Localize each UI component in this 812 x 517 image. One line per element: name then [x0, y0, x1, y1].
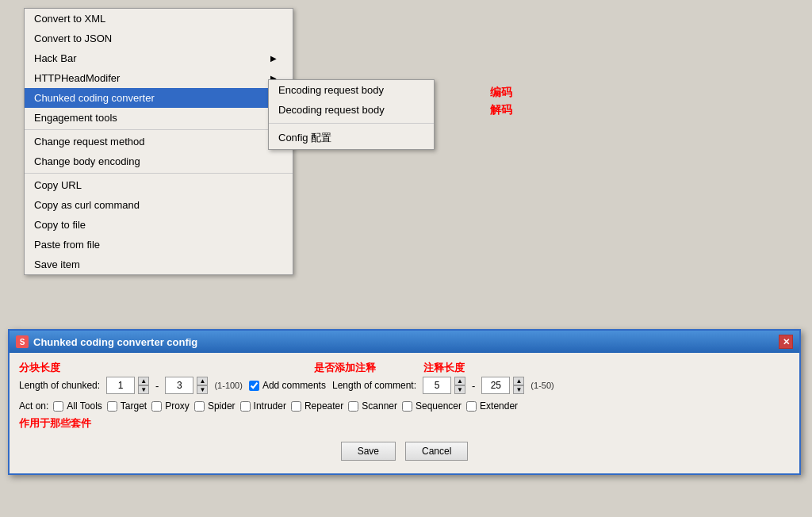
act-on-label: Act on: — [19, 400, 48, 412]
scanner-checkbox[interactable] — [348, 401, 358, 412]
menu-item-copy-file[interactable]: Copy to file — [25, 215, 293, 235]
all-tools-checkbox-label[interactable]: All Tools — [53, 400, 102, 412]
comment-range-label: (1-50) — [530, 381, 553, 390]
menu-item-copy-url[interactable]: Copy URL — [25, 175, 293, 195]
titlebar-left: S Chunked coding converter config — [16, 335, 197, 348]
chunked-min-input[interactable]: 1 — [106, 377, 135, 394]
add-comments-checkbox[interactable] — [249, 381, 259, 391]
chunked-max-spinner: 3 ▲ ▼ — [165, 377, 208, 394]
add-comments-checkbox-label[interactable]: Add comments — [249, 380, 326, 391]
comment-min-up-btn[interactable]: ▲ — [454, 377, 465, 385]
comment-max-spinner: 25 ▲ ▼ — [481, 377, 524, 394]
chunked-min-up-btn[interactable]: ▲ — [138, 377, 149, 385]
menu-item-copy-curl[interactable]: Copy as curl command — [25, 195, 293, 215]
save-button[interactable]: Save — [341, 442, 396, 461]
comment-max-input[interactable]: 25 — [481, 377, 510, 394]
menu-item-change-method[interactable]: Change request method — [25, 132, 293, 151]
dialog-row1: Length of chunked: 1 ▲ ▼ - 3 ▲ ▼ (1- — [19, 377, 790, 394]
cn-decode-label: 解码 — [490, 103, 512, 117]
menu-item-paste-file[interactable]: Paste from file — [25, 235, 293, 255]
menu-item-hack-bar[interactable]: Hack Bar ▶ — [25, 48, 293, 68]
cn-comment-length-label: 注释长度 — [423, 361, 465, 375]
intruder-checkbox[interactable] — [240, 401, 251, 412]
comment-min-spinner: 5 ▲ ▼ — [423, 377, 465, 394]
intruder-checkbox-label[interactable]: Intruder — [240, 400, 286, 412]
spider-checkbox-label[interactable]: Spider — [194, 400, 236, 412]
dialog-config: S Chunked coding converter config ✕ 分块长度… — [8, 329, 801, 475]
cn-encode-label: 编码 — [490, 86, 512, 100]
act-on-row: Act on: All Tools Target Proxy Spider In… — [19, 400, 790, 412]
dash-separator: - — [155, 380, 159, 392]
menu-item-convert-xml[interactable]: Convert to XML — [25, 9, 293, 29]
chunked-max-up-btn[interactable]: ▲ — [197, 377, 208, 385]
chunked-min-down-btn[interactable]: ▼ — [138, 385, 149, 394]
menu-separator — [25, 129, 293, 130]
comment-length-label: Length of comment: — [332, 380, 416, 391]
dialog-titlebar: S Chunked coding converter config ✕ — [10, 331, 799, 353]
submenu-encoding[interactable]: Encoding request body — [269, 80, 434, 100]
all-tools-checkbox[interactable] — [53, 401, 63, 412]
target-checkbox[interactable] — [107, 401, 117, 412]
cn-chunk-length-label: 分块长度 — [19, 361, 60, 375]
submenu-config[interactable]: Config 配置 — [269, 127, 434, 149]
menu-item-chunked[interactable]: Chunked coding converter ▶ — [25, 88, 293, 108]
menu-item-httphead[interactable]: HTTPHeadModifer ▶ — [25, 68, 293, 88]
chunked-max-input[interactable]: 3 — [165, 377, 193, 394]
menu-item-change-body[interactable]: Change body encoding — [25, 151, 293, 171]
proxy-checkbox[interactable] — [151, 401, 162, 412]
proxy-checkbox-label[interactable]: Proxy — [151, 400, 190, 412]
comment-min-down-btn[interactable]: ▼ — [454, 385, 465, 394]
comment-min-input[interactable]: 5 — [423, 377, 451, 394]
repeater-checkbox[interactable] — [291, 401, 301, 412]
dialog-title: Chunked coding converter config — [33, 336, 197, 348]
cn-act-on-label: 作用于那些套件 — [19, 416, 790, 431]
context-menu: Convert to XML Convert to JSON Hack Bar … — [24, 8, 293, 275]
dash-separator-2: - — [472, 380, 475, 392]
chunked-length-label: Length of chunked: — [19, 380, 100, 391]
dialog-icon: S — [16, 335, 29, 348]
chunked-range-label: (1-100) — [214, 381, 242, 390]
dialog-close-button[interactable]: ✕ — [779, 335, 793, 349]
sequencer-checkbox-label[interactable]: Sequencer — [402, 400, 462, 412]
submenu-chunked: Encoding request body Decoding request b… — [268, 79, 435, 150]
comment-max-down-btn[interactable]: ▼ — [513, 385, 524, 394]
comment-max-up-btn[interactable]: ▲ — [513, 377, 524, 385]
menu-item-engagement[interactable]: Engagement tools ▶ — [25, 108, 293, 128]
extender-checkbox[interactable] — [466, 401, 477, 412]
dialog-body: 分块长度 是否添加注释 注释长度 Length of chunked: 1 ▲ … — [10, 353, 799, 473]
comment-max-spinner-btns: ▲ ▼ — [513, 377, 524, 394]
chunked-max-spinner-btns: ▲ ▼ — [197, 377, 208, 394]
chunked-max-down-btn[interactable]: ▼ — [197, 385, 208, 394]
repeater-checkbox-label[interactable]: Repeater — [291, 400, 343, 412]
target-checkbox-label[interactable]: Target — [107, 400, 147, 412]
dialog-buttons: Save Cancel — [19, 435, 790, 465]
submenu-separator — [269, 123, 434, 124]
submenu-decoding[interactable]: Decoding request body — [269, 100, 434, 120]
chunked-min-spinner: 1 ▲ ▼ — [106, 377, 149, 394]
sequencer-checkbox[interactable] — [402, 401, 412, 412]
menu-separator-2 — [25, 173, 293, 174]
cancel-button[interactable]: Cancel — [405, 442, 468, 461]
cn-add-comment-label: 是否添加注释 — [314, 361, 376, 375]
scanner-checkbox-label[interactable]: Scanner — [348, 400, 397, 412]
menu-item-convert-json[interactable]: Convert to JSON — [25, 29, 293, 48]
comment-min-spinner-btns: ▲ ▼ — [454, 377, 465, 394]
arrow-icon: ▶ — [270, 54, 277, 63]
spider-checkbox[interactable] — [194, 401, 205, 412]
menu-item-save-item[interactable]: Save item — [25, 255, 293, 274]
chunked-min-spinner-btns: ▲ ▼ — [138, 377, 149, 394]
extender-checkbox-label[interactable]: Extender — [466, 400, 518, 412]
